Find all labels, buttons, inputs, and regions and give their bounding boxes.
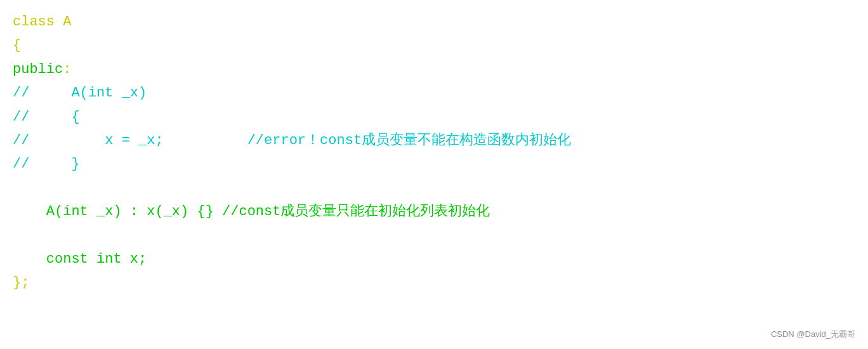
code-token: : — [63, 62, 71, 77]
code-line-3: public: — [13, 58, 855, 81]
code-token: // { — [13, 109, 80, 125]
watermark-text: CSDN @David_无霸哥 — [771, 327, 855, 341]
code-line-5: // { — [13, 105, 855, 129]
code-line-11: const int x; — [13, 247, 855, 271]
code-line-10 — [13, 224, 855, 247]
code-line-9: A(int _x) : x(_x) {} //const成员变量只能在初始化列表… — [13, 200, 855, 223]
code-line-8 — [13, 176, 855, 200]
code-line-4: // A(int _x) — [13, 81, 855, 105]
code-token: class A — [13, 14, 71, 30]
code-token: A(int _x) : x(_x) {} //const成员变量只能在初始化列表… — [13, 204, 490, 220]
code-line-2: { — [13, 34, 855, 57]
code-token: { — [13, 37, 21, 53]
code-token: // A(int _x) — [13, 85, 147, 101]
code-line-1: class A — [13, 10, 855, 34]
code-token: // x = _x; //error！const成员变量不能在构造函数内初始化 — [13, 133, 571, 148]
code-block: class A { public: // A(int _x) // { // x… — [0, 0, 868, 349]
code-line-6: // x = _x; //error！const成员变量不能在构造函数内初始化 — [13, 129, 855, 152]
code-token: const int x; — [13, 251, 147, 267]
code-line-7: // } — [13, 152, 855, 176]
code-token: public — [13, 62, 63, 77]
code-token: }; — [13, 275, 29, 291]
code-token: // } — [13, 156, 80, 172]
code-line-12: }; — [13, 271, 855, 294]
